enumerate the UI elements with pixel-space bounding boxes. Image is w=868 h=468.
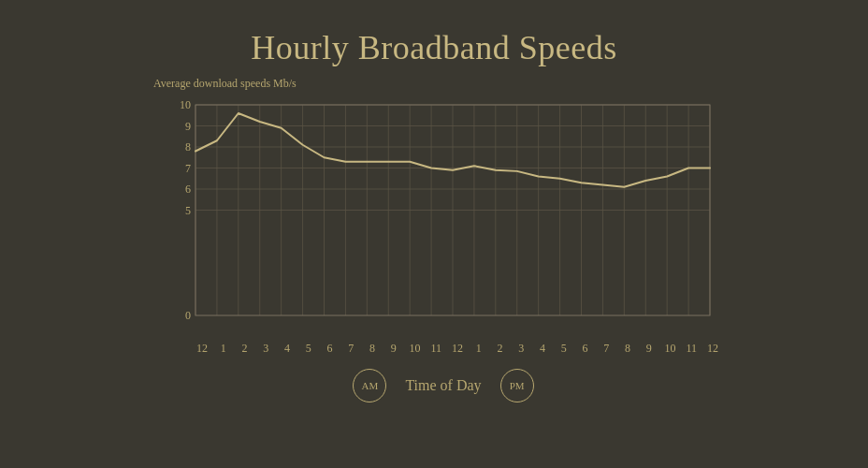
- x-axis-tick: 9: [387, 342, 400, 356]
- x-axis-tick: 11: [429, 342, 442, 356]
- svg-text:10: 10: [180, 100, 191, 111]
- x-axis-tick: 3: [514, 342, 528, 356]
- svg-text:5: 5: [185, 204, 191, 217]
- svg-text:7: 7: [185, 162, 191, 175]
- x-axis-tick: 5: [302, 342, 315, 356]
- x-axis-tick: 2: [239, 342, 252, 356]
- x-axis-tick: 1: [217, 342, 230, 356]
- am-badge: AM: [353, 369, 386, 402]
- x-axis-tick: 7: [600, 342, 613, 356]
- x-axis-tick: 4: [281, 342, 294, 356]
- chart-container: Average download speeds Mb/s 56789100 12…: [167, 77, 719, 402]
- page-title: Hourly Broadband Speeds: [251, 28, 616, 67]
- x-axis-tick: 12: [195, 342, 209, 356]
- x-axis-tick: 10: [664, 342, 677, 356]
- x-axis-tick: 6: [579, 342, 592, 356]
- time-of-day-text: Time of Day: [405, 377, 481, 394]
- x-axis-labels: 12123456789101112123456789101112: [195, 342, 719, 356]
- x-axis-tick: 7: [344, 342, 357, 356]
- x-axis-tick: 12: [451, 342, 464, 356]
- x-axis-tick: 11: [685, 342, 698, 356]
- x-axis-tick: 1: [472, 342, 485, 356]
- x-axis-tick: 9: [643, 342, 656, 356]
- x-axis-tick: 8: [621, 342, 634, 356]
- svg-text:6: 6: [185, 183, 191, 196]
- chart-svg: 56789100: [167, 100, 719, 334]
- x-axis-tick: 5: [557, 342, 571, 356]
- y-axis-label: Average download speeds Mb/s: [153, 77, 297, 91]
- x-axis-tick: 4: [536, 342, 549, 356]
- x-axis-tick: 10: [409, 342, 422, 356]
- x-axis-tick: 2: [494, 342, 507, 356]
- x-axis-tick: 8: [366, 342, 379, 356]
- time-of-day-row: AM Time of Day PM: [353, 369, 533, 402]
- x-axis-tick: 6: [324, 342, 337, 356]
- svg-text:9: 9: [185, 120, 191, 133]
- svg-text:0: 0: [185, 309, 191, 322]
- pm-badge: PM: [500, 369, 534, 402]
- x-axis-tick: 3: [259, 342, 272, 356]
- svg-text:8: 8: [185, 140, 191, 154]
- chart-area: 56789100: [167, 100, 719, 334]
- bottom-area: 12123456789101112123456789101112 AM Time…: [167, 342, 719, 402]
- x-axis-tick: 12: [706, 342, 719, 356]
